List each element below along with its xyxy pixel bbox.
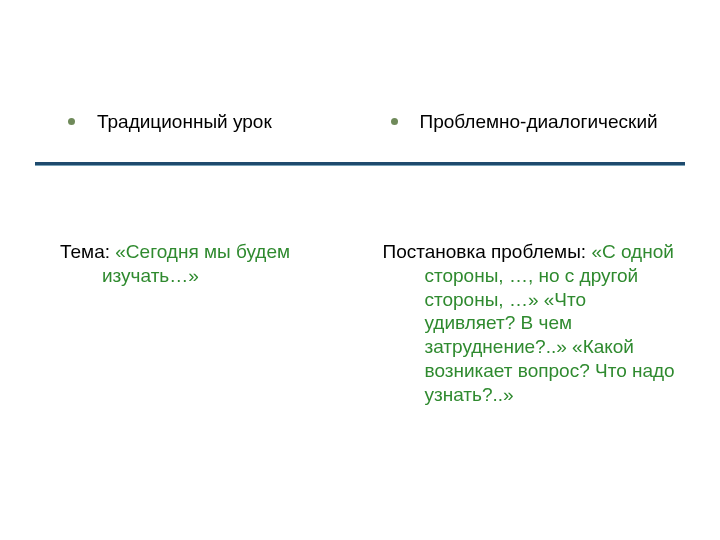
heading-col-left: Традиционный урок	[60, 110, 373, 134]
bullet-text-right: Проблемно-диалогический	[420, 110, 658, 134]
body-row: Тема: «Сегодня мы будем изучать…» Постан…	[60, 240, 675, 406]
bullet-item-left: Традиционный урок	[60, 110, 353, 134]
heading-row: Традиционный урок Проблемно-диалогически…	[60, 110, 675, 134]
horizontal-divider	[35, 162, 685, 166]
heading-col-right: Проблемно-диалогический	[373, 110, 676, 134]
para-right: Постановка проблемы: «С одной стороны, ……	[383, 240, 676, 406]
label-right: Постановка проблемы:	[383, 241, 587, 262]
label-left: Тема:	[60, 241, 110, 262]
text-left: «Сегодня мы будем изучать…»	[102, 241, 290, 286]
text-right: «С одной стороны, …, но с другой стороны…	[425, 241, 675, 405]
bullet-text-left: Традиционный урок	[97, 110, 272, 134]
slide: Традиционный урок Проблемно-диалогически…	[0, 0, 720, 540]
bullet-icon	[391, 118, 398, 125]
bullet-item-right: Проблемно-диалогический	[383, 110, 676, 134]
bullet-icon	[68, 118, 75, 125]
body-col-left: Тема: «Сегодня мы будем изучать…»	[60, 240, 373, 406]
para-left: Тема: «Сегодня мы будем изучать…»	[60, 240, 353, 288]
body-col-right: Постановка проблемы: «С одной стороны, ……	[373, 240, 676, 406]
